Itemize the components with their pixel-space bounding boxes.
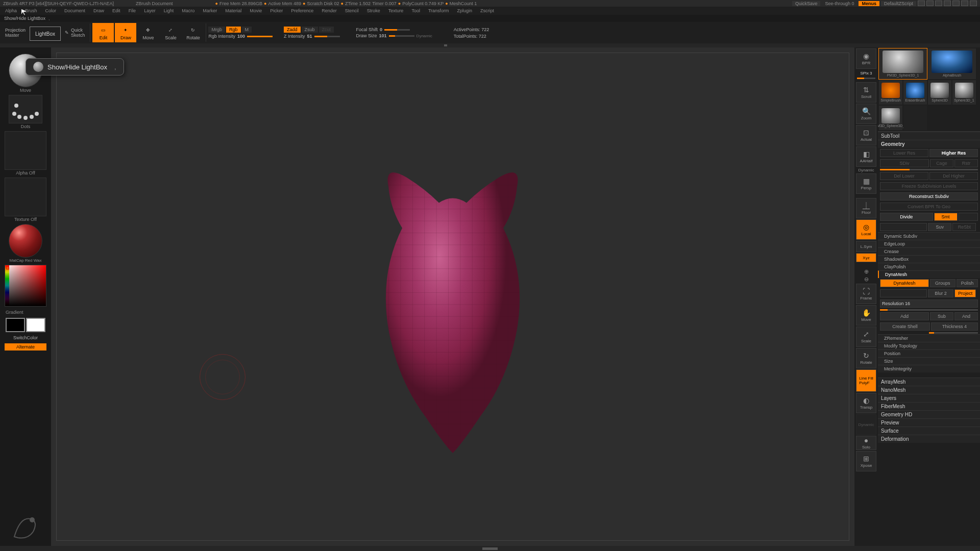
menu-color[interactable]: Color bbox=[42, 8, 60, 13]
gradient-label[interactable]: Gradient bbox=[5, 309, 46, 316]
divide-button[interactable]: Divide bbox=[880, 213, 933, 221]
menu-preference[interactable]: Preference bbox=[288, 8, 316, 13]
menu-file[interactable]: File bbox=[126, 8, 139, 13]
section-shadowbox[interactable]: ShadowBox bbox=[878, 255, 980, 263]
section-dynsubdiv[interactable]: Dynamic Subdiv bbox=[878, 232, 980, 240]
solo-button[interactable]: ●Solo bbox=[856, 436, 876, 450]
lightbox-button[interactable]: LightBox bbox=[30, 27, 61, 41]
section-edgeloop[interactable]: EdgeLoop bbox=[878, 240, 980, 247]
menu-stencil[interactable]: Stencil bbox=[342, 8, 362, 13]
menus-toggle[interactable]: Menus bbox=[859, 1, 879, 6]
transp-button[interactable]: ◐Transp bbox=[856, 393, 876, 413]
xyz-button[interactable]: Xyz bbox=[856, 253, 876, 262]
focal-shift-slider[interactable]: Focal Shift 0 bbox=[356, 27, 432, 32]
quicksave-button[interactable]: QuickSave bbox=[792, 1, 821, 6]
section-geometry[interactable]: Geometry bbox=[878, 140, 980, 148]
menu-edit[interactable]: Edit bbox=[109, 8, 124, 13]
edit-button[interactable]: ▭Edit bbox=[92, 23, 114, 42]
menu-render[interactable]: Render bbox=[318, 8, 340, 13]
groups-button[interactable]: Groups bbox=[930, 279, 955, 287]
spix-slider[interactable]: SPix 3 bbox=[859, 70, 873, 77]
add-button[interactable]: Add bbox=[880, 312, 929, 320]
mrgb-button[interactable]: Mrgb bbox=[208, 27, 225, 33]
convert-button[interactable]: Convert BPR To Geo bbox=[880, 203, 978, 211]
scale-button[interactable]: ⤢Scale bbox=[160, 23, 181, 42]
sub-button[interactable]: Sub bbox=[930, 312, 953, 320]
menu-tool[interactable]: Tool bbox=[408, 8, 423, 13]
menu-document[interactable]: Document bbox=[61, 8, 88, 13]
dellower-button[interactable]: Del Lower bbox=[880, 172, 928, 180]
section-dynamesh[interactable]: DynaMesh bbox=[878, 270, 980, 278]
createshell-button[interactable]: Create Shell bbox=[880, 322, 930, 331]
menu-stroke[interactable]: Stroke bbox=[364, 8, 383, 13]
resolution-slider[interactable]: Resolution 16 bbox=[880, 299, 978, 308]
section-crease[interactable]: Crease bbox=[878, 247, 980, 255]
section-geohd[interactable]: Geometry HD bbox=[878, 410, 980, 418]
section-claypolish[interactable]: ClayPolish bbox=[878, 263, 980, 270]
lsym-button[interactable]: L.Sym bbox=[856, 241, 876, 252]
draw-size-slider[interactable]: Draw Size 101 Dynamic bbox=[356, 33, 432, 38]
section-deformation[interactable]: Deformation bbox=[878, 435, 980, 443]
delhigher-button[interactable]: Del Higher bbox=[929, 172, 978, 180]
xpose-button[interactable]: ⊞Xpose bbox=[856, 451, 876, 471]
section-fibermesh[interactable]: FiberMesh bbox=[878, 402, 980, 410]
menu-macro[interactable]: Macro bbox=[179, 8, 198, 13]
rotate-button[interactable]: ↻Rotate bbox=[182, 23, 204, 42]
menu-layer[interactable]: Layer bbox=[141, 8, 159, 13]
bottom-bar[interactable] bbox=[0, 546, 980, 551]
resbt-button[interactable] bbox=[959, 213, 978, 221]
tool-item[interactable]: Sphere3D bbox=[928, 80, 951, 105]
zsub-button[interactable]: Zsub bbox=[302, 27, 318, 33]
move-button[interactable]: ✥Move bbox=[137, 23, 159, 42]
reconstruct-button[interactable]: Reconstruct Subdiv bbox=[880, 192, 978, 201]
rgb-intensity-slider[interactable]: Rgb Intensity 100 bbox=[208, 34, 273, 39]
local-button[interactable]: ◎Local bbox=[856, 219, 876, 240]
alpha-slot[interactable]: Alpha Off bbox=[4, 131, 47, 176]
ghost-button[interactable]: Dynamic bbox=[856, 414, 876, 435]
rstr-button[interactable]: Rstr bbox=[954, 159, 978, 167]
window-max[interactable] bbox=[961, 1, 968, 6]
z-intensity-slider[interactable]: Z Intensity 51 bbox=[284, 34, 340, 39]
menu-material[interactable]: Material bbox=[222, 8, 244, 13]
win-btn-4[interactable] bbox=[944, 1, 951, 6]
section-meshint[interactable]: MeshIntegrity bbox=[878, 365, 980, 372]
project-button[interactable]: Project bbox=[954, 289, 976, 297]
frame-button[interactable]: ⛶Frame bbox=[856, 284, 876, 304]
menu-texture[interactable]: Texture bbox=[385, 8, 407, 13]
blur-slider[interactable]: Blur 2 bbox=[928, 289, 953, 297]
section-zremesher[interactable]: ZRemesher bbox=[878, 334, 980, 342]
thickness-slider[interactable]: Thickness 4 bbox=[931, 322, 978, 331]
bpr-button[interactable]: ◉BPR bbox=[856, 48, 876, 69]
swatch-black[interactable] bbox=[6, 318, 25, 332]
move-nav-button[interactable]: ✋Move bbox=[856, 305, 876, 325]
swatch-white[interactable] bbox=[26, 318, 45, 332]
and-button[interactable]: And bbox=[954, 312, 978, 320]
higherres-button[interactable]: Higher Res bbox=[929, 149, 978, 157]
menu-movie[interactable]: Movie bbox=[247, 8, 265, 13]
section-modifytopo[interactable]: Modify Topology bbox=[878, 342, 980, 349]
actual-button[interactable]: ⊡Actual bbox=[856, 125, 876, 145]
section-size[interactable]: Size bbox=[878, 357, 980, 365]
stroke-preview[interactable]: Dots bbox=[4, 95, 47, 129]
tool-item[interactable]: PM3D_Sphere3D_1 bbox=[879, 106, 902, 130]
menu-light[interactable]: Light bbox=[161, 8, 177, 13]
menu-zplugin[interactable]: Zplugin bbox=[454, 8, 476, 13]
win-btn-1[interactable] bbox=[918, 1, 925, 6]
tool-item[interactable]: Sphere3D_1 bbox=[952, 80, 976, 105]
m-button[interactable]: M bbox=[242, 27, 252, 33]
menu-transform[interactable]: Transform bbox=[425, 8, 452, 13]
projection-master-button[interactable]: Projection Master bbox=[2, 23, 29, 42]
polyf-button[interactable]: Line Fill PolyF bbox=[856, 369, 876, 392]
tool-item-empty[interactable] bbox=[903, 106, 927, 130]
smt-button[interactable]: Smt bbox=[934, 213, 958, 221]
win-btn-3[interactable] bbox=[935, 1, 942, 6]
aahalf-button[interactable]: ◧AAHalf bbox=[856, 146, 876, 167]
alternate-button[interactable]: Alternate bbox=[5, 343, 46, 350]
draw-button[interactable]: ✦Draw bbox=[115, 23, 136, 42]
section-layers[interactable]: Layers bbox=[878, 394, 980, 402]
menu-alpha[interactable]: Alpha bbox=[2, 8, 20, 13]
resbt2-button[interactable]: ReSbt bbox=[952, 223, 976, 231]
tool-item[interactable]: SimpleBrush bbox=[879, 80, 902, 105]
texture-slot[interactable]: Texture Off bbox=[4, 178, 47, 222]
menu-picker[interactable]: Picker bbox=[267, 8, 286, 13]
